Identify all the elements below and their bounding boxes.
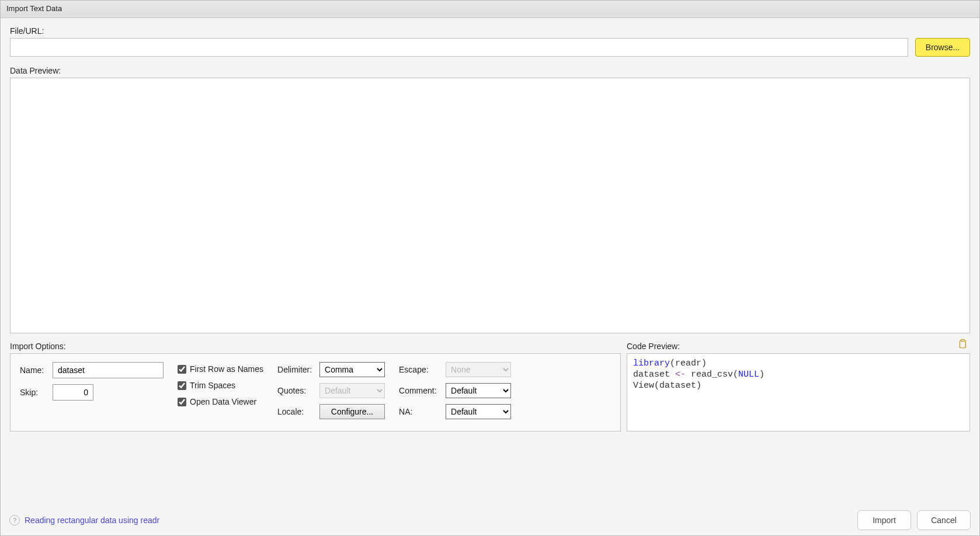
code-text: dataset xyxy=(633,370,675,380)
file-url-input[interactable] xyxy=(10,38,908,57)
name-label: Name: xyxy=(20,366,48,375)
clipboard-icon[interactable] xyxy=(957,338,968,350)
code-punct: ) xyxy=(701,359,707,368)
name-input[interactable] xyxy=(53,362,164,378)
code-assign-op: <- xyxy=(675,370,686,380)
window-title: Import Text Data xyxy=(1,1,979,18)
svg-rect-1 xyxy=(961,340,964,342)
code-preview-label: Code Preview: xyxy=(627,342,970,351)
na-label: NA: xyxy=(399,407,441,416)
trim-spaces-label: Trim Spaces xyxy=(190,381,235,390)
file-url-label: File/URL: xyxy=(10,26,970,36)
cancel-button[interactable]: Cancel xyxy=(917,510,971,530)
comment-select[interactable]: Default xyxy=(446,383,511,398)
escape-label: Escape: xyxy=(399,365,441,374)
first-row-checkbox-row[interactable]: First Row as Names xyxy=(178,364,263,374)
code-punct: ( xyxy=(654,381,659,391)
code-punct: ( xyxy=(670,359,675,368)
help-link-text: Reading rectangular data using readr xyxy=(25,516,159,525)
delimiter-label: Delimiter: xyxy=(277,365,315,374)
import-options-label: Import Options: xyxy=(10,342,621,351)
delimiter-select[interactable]: Comma xyxy=(319,362,385,377)
skip-input[interactable] xyxy=(53,384,93,401)
trim-spaces-checkbox-row[interactable]: Trim Spaces xyxy=(178,381,263,390)
browse-button[interactable]: Browse... xyxy=(915,38,970,57)
code-text: View xyxy=(633,381,654,391)
import-options-panel: Name: Skip: First Row as Names xyxy=(10,353,621,431)
comment-label: Comment: xyxy=(399,386,441,395)
open-viewer-checkbox-row[interactable]: Open Data Viewer xyxy=(178,397,263,406)
code-text: read_csv xyxy=(686,370,733,380)
skip-label: Skip: xyxy=(20,388,48,397)
code-punct: ) xyxy=(759,370,764,380)
code-punct: ) xyxy=(696,381,701,391)
configure-locale-button[interactable]: Configure... xyxy=(319,404,385,419)
code-keyword: library xyxy=(633,359,670,368)
code-null: NULL xyxy=(738,370,759,380)
code-preview-box[interactable]: library(readr) dataset <- read_csv(NULL)… xyxy=(627,353,970,431)
first-row-checkbox[interactable] xyxy=(178,365,186,374)
quotes-label: Quotes: xyxy=(277,386,315,395)
na-select[interactable]: Default xyxy=(446,404,511,419)
escape-select: None xyxy=(446,362,511,377)
code-arg: dataset xyxy=(659,381,696,391)
open-viewer-checkbox[interactable] xyxy=(178,398,186,406)
data-preview-box xyxy=(10,78,970,333)
import-button[interactable]: Import xyxy=(857,510,911,530)
help-link[interactable]: ? Reading rectangular data using readr xyxy=(9,515,159,525)
trim-spaces-checkbox[interactable] xyxy=(178,381,186,390)
open-viewer-label: Open Data Viewer xyxy=(190,397,256,406)
quotes-select: Default xyxy=(319,383,385,398)
locale-label: Locale: xyxy=(277,407,315,416)
first-row-label: First Row as Names xyxy=(190,364,263,374)
help-icon: ? xyxy=(9,515,20,525)
data-preview-label: Data Preview: xyxy=(10,66,970,75)
code-arg: readr xyxy=(675,359,701,368)
code-punct: ( xyxy=(733,370,738,380)
